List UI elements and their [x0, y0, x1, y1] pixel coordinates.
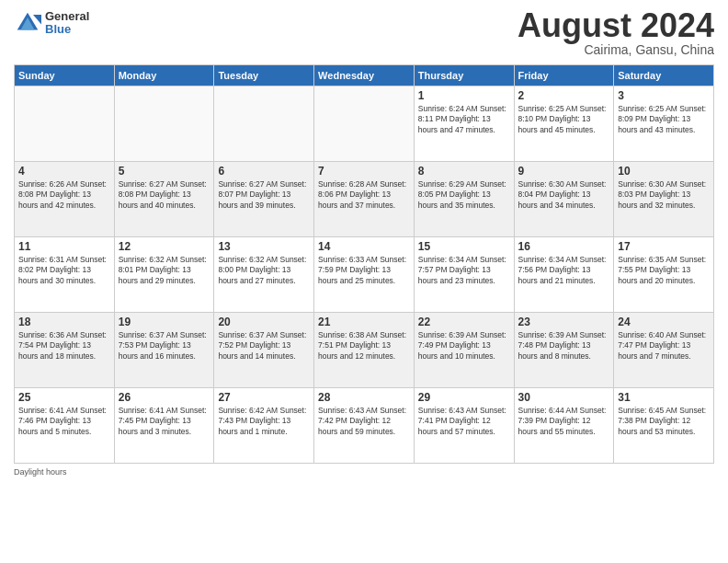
day-number: 15: [418, 240, 510, 253]
day-info: Sunrise: 6:30 AM Sunset: 8:04 PM Dayligh…: [518, 179, 610, 211]
table-row: 19Sunrise: 6:37 AM Sunset: 7:53 PM Dayli…: [114, 313, 214, 388]
day-number: 21: [318, 316, 410, 328]
month-title: August 2024: [518, 9, 714, 42]
day-info: Sunrise: 6:29 AM Sunset: 8:05 PM Dayligh…: [418, 179, 510, 211]
day-info: Sunrise: 6:40 AM Sunset: 7:47 PM Dayligh…: [618, 330, 710, 362]
calendar-header-row: Sunday Monday Tuesday Wednesday Thursday…: [15, 65, 714, 86]
day-info: Sunrise: 6:44 AM Sunset: 7:39 PM Dayligh…: [518, 406, 610, 437]
day-info: Sunrise: 6:30 AM Sunset: 8:03 PM Dayligh…: [618, 179, 710, 211]
day-number: 19: [119, 316, 210, 328]
table-row: [214, 86, 314, 162]
day-number: 7: [318, 165, 410, 178]
col-sunday: Sunday: [15, 65, 115, 86]
day-info: Sunrise: 6:42 AM Sunset: 7:43 PM Dayligh…: [218, 406, 310, 437]
table-row: 13Sunrise: 6:32 AM Sunset: 8:00 PM Dayli…: [214, 237, 314, 313]
day-number: 13: [218, 240, 310, 253]
day-number: 30: [518, 391, 610, 404]
table-row: 24Sunrise: 6:40 AM Sunset: 7:47 PM Dayli…: [614, 313, 714, 388]
day-info: Sunrise: 6:28 AM Sunset: 8:06 PM Dayligh…: [318, 179, 410, 211]
table-row: 7Sunrise: 6:28 AM Sunset: 8:06 PM Daylig…: [314, 162, 415, 237]
location: Cairima, Gansu, China: [518, 42, 714, 57]
day-number: 20: [218, 316, 310, 328]
day-info: Sunrise: 6:36 AM Sunset: 7:54 PM Dayligh…: [18, 330, 110, 362]
table-row: 4Sunrise: 6:26 AM Sunset: 8:08 PM Daylig…: [15, 162, 115, 237]
day-number: 18: [18, 316, 110, 328]
table-row: 18Sunrise: 6:36 AM Sunset: 7:54 PM Dayli…: [15, 313, 115, 388]
day-info: Sunrise: 6:32 AM Sunset: 8:00 PM Dayligh…: [218, 255, 310, 286]
table-row: 21Sunrise: 6:38 AM Sunset: 7:51 PM Dayli…: [314, 313, 415, 388]
day-info: Sunrise: 6:39 AM Sunset: 7:48 PM Dayligh…: [518, 330, 610, 362]
calendar-week-row: 18Sunrise: 6:36 AM Sunset: 7:54 PM Dayli…: [15, 313, 714, 388]
calendar-week-row: 25Sunrise: 6:41 AM Sunset: 7:46 PM Dayli…: [15, 388, 714, 464]
day-info: Sunrise: 6:37 AM Sunset: 7:53 PM Dayligh…: [119, 330, 210, 362]
day-number: 22: [418, 316, 510, 328]
table-row: 30Sunrise: 6:44 AM Sunset: 7:39 PM Dayli…: [514, 388, 614, 464]
day-number: 2: [518, 89, 610, 102]
day-number: 8: [418, 165, 510, 178]
day-number: 4: [18, 165, 110, 178]
day-info: Sunrise: 6:25 AM Sunset: 8:09 PM Dayligh…: [618, 104, 710, 135]
day-number: 24: [618, 316, 710, 328]
day-info: Sunrise: 6:34 AM Sunset: 7:56 PM Dayligh…: [518, 255, 610, 286]
day-number: 27: [218, 391, 310, 404]
table-row: 1Sunrise: 6:24 AM Sunset: 8:11 PM Daylig…: [414, 86, 514, 162]
table-row: 29Sunrise: 6:43 AM Sunset: 7:41 PM Dayli…: [414, 388, 514, 464]
day-number: 28: [318, 391, 410, 404]
day-number: 11: [18, 240, 110, 253]
day-number: 16: [518, 240, 610, 253]
header: General Blue August 2024 Cairima, Gansu,…: [14, 9, 714, 57]
table-row: 23Sunrise: 6:39 AM Sunset: 7:48 PM Dayli…: [514, 313, 614, 388]
calendar: Sunday Monday Tuesday Wednesday Thursday…: [14, 64, 714, 464]
day-number: 23: [518, 316, 610, 328]
table-row: 28Sunrise: 6:43 AM Sunset: 7:42 PM Dayli…: [314, 388, 415, 464]
col-tuesday: Tuesday: [214, 65, 314, 86]
day-number: 17: [618, 240, 710, 253]
day-info: Sunrise: 6:39 AM Sunset: 7:49 PM Dayligh…: [418, 330, 510, 362]
day-number: 26: [119, 391, 210, 404]
day-info: Sunrise: 6:37 AM Sunset: 7:52 PM Dayligh…: [218, 330, 310, 362]
table-row: [314, 86, 415, 162]
table-row: [114, 86, 214, 162]
table-row: 26Sunrise: 6:41 AM Sunset: 7:45 PM Dayli…: [114, 388, 214, 464]
day-info: Sunrise: 6:27 AM Sunset: 8:07 PM Dayligh…: [218, 179, 310, 211]
footer-note: Daylight hours: [14, 467, 714, 477]
svg-marker-2: [33, 15, 41, 25]
table-row: 14Sunrise: 6:33 AM Sunset: 7:59 PM Dayli…: [314, 237, 415, 313]
day-info: Sunrise: 6:33 AM Sunset: 7:59 PM Dayligh…: [318, 255, 410, 286]
calendar-week-row: 4Sunrise: 6:26 AM Sunset: 8:08 PM Daylig…: [15, 162, 714, 237]
day-number: 10: [618, 165, 710, 178]
day-number: 1: [418, 89, 510, 102]
logo: General Blue: [14, 9, 89, 37]
table-row: 2Sunrise: 6:25 AM Sunset: 8:10 PM Daylig…: [514, 86, 614, 162]
table-row: 25Sunrise: 6:41 AM Sunset: 7:46 PM Dayli…: [15, 388, 115, 464]
day-number: 6: [218, 165, 310, 178]
table-row: 27Sunrise: 6:42 AM Sunset: 7:43 PM Dayli…: [214, 388, 314, 464]
calendar-week-row: 11Sunrise: 6:31 AM Sunset: 8:02 PM Dayli…: [15, 237, 714, 313]
table-row: 16Sunrise: 6:34 AM Sunset: 7:56 PM Dayli…: [514, 237, 614, 313]
day-info: Sunrise: 6:41 AM Sunset: 7:46 PM Dayligh…: [18, 406, 110, 437]
col-wednesday: Wednesday: [314, 65, 415, 86]
day-info: Sunrise: 6:25 AM Sunset: 8:10 PM Dayligh…: [518, 104, 610, 135]
table-row: 11Sunrise: 6:31 AM Sunset: 8:02 PM Dayli…: [15, 237, 115, 313]
day-info: Sunrise: 6:43 AM Sunset: 7:42 PM Dayligh…: [318, 406, 410, 437]
day-info: Sunrise: 6:38 AM Sunset: 7:51 PM Dayligh…: [318, 330, 410, 362]
table-row: 15Sunrise: 6:34 AM Sunset: 7:57 PM Dayli…: [414, 237, 514, 313]
logo-icon: [14, 9, 41, 37]
day-number: 3: [618, 89, 710, 102]
day-info: Sunrise: 6:32 AM Sunset: 8:01 PM Dayligh…: [119, 255, 210, 286]
day-info: Sunrise: 6:26 AM Sunset: 8:08 PM Dayligh…: [18, 179, 110, 211]
day-number: 25: [18, 391, 110, 404]
table-row: 5Sunrise: 6:27 AM Sunset: 8:08 PM Daylig…: [114, 162, 214, 237]
table-row: 6Sunrise: 6:27 AM Sunset: 8:07 PM Daylig…: [214, 162, 314, 237]
table-row: 3Sunrise: 6:25 AM Sunset: 8:09 PM Daylig…: [614, 86, 714, 162]
day-number: 5: [119, 165, 210, 178]
day-number: 9: [518, 165, 610, 178]
day-info: Sunrise: 6:41 AM Sunset: 7:45 PM Dayligh…: [119, 406, 210, 437]
table-row: 12Sunrise: 6:32 AM Sunset: 8:01 PM Dayli…: [114, 237, 214, 313]
col-friday: Friday: [514, 65, 614, 86]
table-row: 9Sunrise: 6:30 AM Sunset: 8:04 PM Daylig…: [514, 162, 614, 237]
day-info: Sunrise: 6:27 AM Sunset: 8:08 PM Dayligh…: [119, 179, 210, 211]
table-row: 31Sunrise: 6:45 AM Sunset: 7:38 PM Dayli…: [614, 388, 714, 464]
day-number: 31: [618, 391, 710, 404]
day-info: Sunrise: 6:31 AM Sunset: 8:02 PM Dayligh…: [18, 255, 110, 286]
